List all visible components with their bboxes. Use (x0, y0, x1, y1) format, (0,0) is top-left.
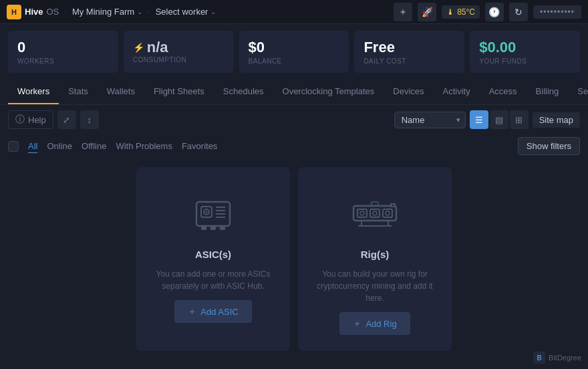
stat-your-funds-label: YOUR FUNDS (479, 57, 571, 65)
view-grid-btn[interactable]: ⊞ (510, 110, 529, 129)
toolbar: ⓘ Help ⤢ ↕ Name Status Date Added ☰ ▤ ⊞ … (0, 105, 588, 134)
temp-value: 85°C (457, 7, 475, 17)
expand-button[interactable]: ⤢ (57, 110, 76, 129)
stat-balance-value: $0 (249, 39, 340, 56)
svg-point-17 (386, 211, 390, 215)
add-rig-button[interactable]: ＋ Add Rig (339, 312, 410, 335)
rig-title: Rig(s) (361, 249, 390, 260)
view-btn-group: ☰ ▤ ⊞ (470, 110, 529, 129)
add-asic-button[interactable]: ＋ Add ASIC (174, 300, 251, 323)
lightning-icon: ⚡ (133, 42, 144, 53)
thermometer-icon: 🌡 (446, 7, 454, 17)
svg-rect-9 (210, 226, 216, 230)
svg-point-13 (360, 211, 364, 215)
stat-daily-cost-value: Free (363, 39, 455, 56)
tab-overclocking[interactable]: Overclocking Templates (273, 80, 384, 104)
sort-select[interactable]: Name Status Date Added (394, 112, 466, 128)
add-rig-plus-icon: ＋ (353, 318, 361, 330)
worker-chevron-icon: ⌄ (210, 8, 216, 15)
filter-all[interactable]: All (28, 140, 37, 153)
asic-icon (186, 187, 240, 241)
filter-right: Show filters (518, 137, 580, 155)
show-filters-button[interactable]: Show filters (518, 137, 580, 155)
logo-hive: Hive (25, 7, 43, 17)
stat-your-funds-value: $0.00 (479, 39, 571, 56)
stat-daily-cost: Free DAILY COST (354, 31, 464, 73)
stat-consumption-label: CONSUMPTION (133, 56, 225, 64)
worker-select-link[interactable]: Select worker ⌄ (156, 7, 216, 17)
farm-chevron-icon: ⌄ (137, 8, 142, 15)
add-asic-label: Add ASIC (200, 307, 238, 317)
add-asic-plus-icon: ＋ (188, 305, 196, 318)
help-button[interactable]: ⓘ Help (8, 110, 53, 129)
asic-desc: You can add one or more ASICs separately… (150, 268, 277, 292)
view-compact-btn[interactable]: ▤ (490, 110, 508, 129)
filter-tabs: All Online Offline With Problems Favorit… (28, 140, 217, 153)
tabs: Workers Stats Wallets Flight Sheets Sche… (0, 80, 588, 105)
svg-point-23 (392, 205, 394, 207)
tab-devices[interactable]: Devices (384, 80, 433, 104)
logo[interactable]: H Hive OS (7, 5, 59, 19)
filter-offline[interactable]: Offline (82, 140, 106, 153)
stat-balance: $0 BALANCE (239, 31, 349, 73)
svg-rect-16 (383, 209, 392, 217)
filter-online[interactable]: Online (47, 140, 72, 153)
rig-card: Rig(s) You can build your own rig for cr… (298, 167, 452, 351)
topnav-right: ＋ 🚀 🌡 85°C 🕐 ↻ •••••••••• (394, 3, 581, 21)
stat-your-funds: $0.00 YOUR FUNDS (470, 31, 580, 73)
filter-with-problems[interactable]: With Problems (116, 140, 172, 153)
tab-billing[interactable]: Billing (527, 80, 569, 104)
rocket-icon[interactable]: 🚀 (418, 3, 436, 21)
bitdegree-badge: B BitDegree (533, 352, 581, 364)
rig-icon (348, 187, 402, 241)
svg-point-15 (373, 211, 377, 215)
tab-activity[interactable]: Activity (434, 80, 480, 104)
view-list-btn[interactable]: ☰ (470, 110, 488, 129)
rig-desc: You can build your own rig for cryptocur… (311, 268, 438, 304)
svg-rect-10 (220, 226, 225, 230)
farm-link[interactable]: My Mining Farm ⌄ (72, 7, 142, 17)
select-all-checkbox[interactable] (8, 141, 19, 152)
tab-settings[interactable]: Settings (568, 80, 588, 104)
stat-consumption-value: n/a (147, 39, 168, 56)
toolbar-left: ⓘ Help ⤢ ↕ (8, 110, 99, 129)
bitdegree-icon: B (533, 352, 545, 364)
filter-row: All Online Offline With Problems Favorit… (0, 134, 588, 160)
refresh-icon[interactable]: ↻ (509, 3, 528, 21)
asic-card: ASIC(s) You can add one or more ASICs se… (136, 167, 290, 351)
add-rig-label: Add Rig (365, 319, 396, 329)
user-badge[interactable]: •••••••••• (533, 5, 581, 19)
asic-title: ASIC(s) (195, 249, 231, 260)
clock-icon[interactable]: 🕐 (485, 3, 504, 21)
stat-balance-label: BALANCE (249, 57, 340, 65)
hive-logo-icon: H (7, 5, 21, 19)
topnav: H Hive OS · My Mining Farm ⌄ · Select wo… (0, 0, 588, 24)
svg-rect-8 (201, 226, 206, 230)
tab-flight-sheets[interactable]: Flight Sheets (144, 80, 214, 104)
help-label: Help (28, 115, 46, 125)
stat-consumption: ⚡ n/a CONSUMPTION (124, 31, 234, 73)
sitemap-button[interactable]: Site map (533, 112, 580, 128)
filter-favorites[interactable]: Favorites (182, 140, 217, 153)
toolbar-right: Name Status Date Added ☰ ▤ ⊞ Site map (394, 110, 580, 129)
sort-select-wrap: Name Status Date Added (394, 112, 466, 128)
sort-button[interactable]: ↕ (80, 110, 99, 129)
stat-workers: 0 WORKERS (8, 31, 118, 73)
nav-sep-2: · (148, 7, 150, 17)
stat-workers-value: 0 (17, 39, 109, 56)
tab-schedules[interactable]: Schedules (214, 80, 273, 104)
temp-badge: 🌡 85°C (442, 5, 480, 19)
stat-workers-label: WORKERS (17, 57, 109, 65)
info-icon: ⓘ (15, 114, 25, 126)
stat-daily-cost-label: DAILY COST (363, 57, 455, 65)
svg-rect-14 (370, 209, 380, 217)
tab-workers[interactable]: Workers (8, 80, 59, 104)
tab-wallets[interactable]: Wallets (98, 80, 144, 104)
tab-stats[interactable]: Stats (59, 80, 98, 104)
tab-access[interactable]: Access (480, 80, 527, 104)
svg-point-3 (206, 211, 208, 213)
svg-rect-12 (357, 209, 367, 217)
add-button[interactable]: ＋ (394, 3, 412, 21)
worker-select-label: Select worker (156, 7, 208, 17)
nav-sep-1: · (64, 7, 67, 17)
